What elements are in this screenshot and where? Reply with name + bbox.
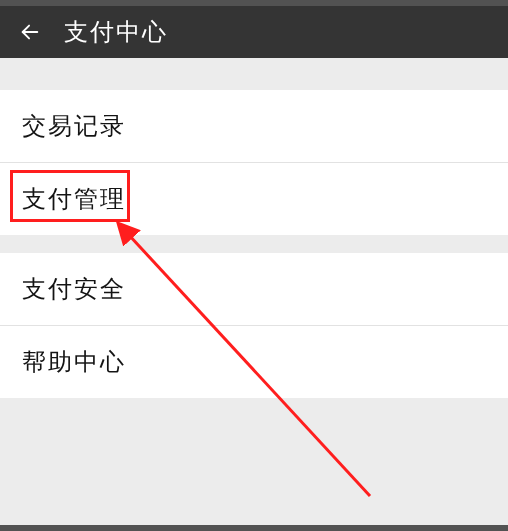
menu-item-label: 交易记录 xyxy=(22,110,126,142)
page-title: 支付中心 xyxy=(64,16,168,48)
menu-item-transactions[interactable]: 交易记录 xyxy=(0,90,508,162)
section-gap xyxy=(0,58,508,90)
menu-item-label: 帮助中心 xyxy=(22,346,126,378)
menu-group-2: 支付安全 帮助中心 xyxy=(0,253,508,398)
menu-group-1: 交易记录 支付管理 xyxy=(0,90,508,235)
app-frame: 支付中心 交易记录 支付管理 支付安全 帮助中心 xyxy=(0,0,508,531)
menu-item-payment-security[interactable]: 支付安全 xyxy=(0,253,508,325)
menu-item-payment-manage[interactable]: 支付管理 xyxy=(0,163,508,235)
section-gap xyxy=(0,235,508,253)
menu-item-help-center[interactable]: 帮助中心 xyxy=(0,326,508,398)
menu-item-label: 支付管理 xyxy=(22,183,126,215)
header-bar: 支付中心 xyxy=(0,6,508,58)
back-button[interactable] xyxy=(10,12,50,52)
menu-item-label: 支付安全 xyxy=(22,273,126,305)
arrow-left-icon xyxy=(19,21,41,43)
